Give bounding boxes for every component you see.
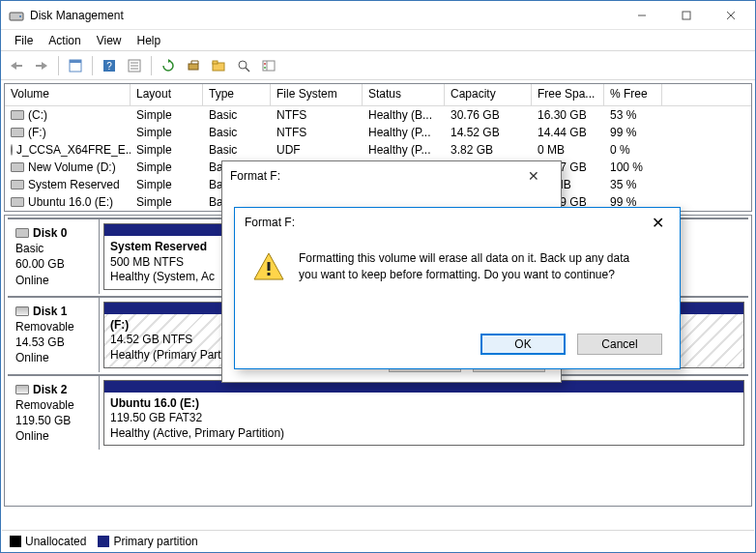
cell-pct: 53 %	[604, 107, 662, 123]
svg-line-20	[246, 68, 249, 72]
warning-icon	[252, 250, 285, 288]
volume-name: System Reserved	[28, 178, 120, 191]
drive-icon	[11, 162, 24, 172]
maximize-button[interactable]	[664, 1, 709, 30]
svg-rect-25	[268, 262, 271, 271]
removable-icon	[15, 306, 29, 316]
minimize-button[interactable]	[620, 1, 664, 30]
col-capacity[interactable]: Capacity	[445, 84, 532, 105]
folder-icon[interactable]	[207, 54, 230, 77]
legend: Unallocated Primary partition	[2, 530, 754, 551]
cell-pct: 100 %	[604, 160, 662, 175]
close-icon[interactable]: ✕	[646, 214, 670, 232]
partition-ubuntu[interactable]: Ubuntu 16.0 (E:) 119.50 GB FAT32 Healthy…	[103, 380, 744, 447]
close-icon[interactable]: ✕	[514, 168, 553, 184]
svg-point-19	[239, 61, 247, 69]
cell-status: Healthy (P...	[363, 142, 445, 158]
settings-list-icon[interactable]	[257, 54, 280, 77]
drive-icon	[11, 180, 24, 189]
volume-name: J_CCSA_X64FRE_E...	[16, 143, 131, 157]
volume-row[interactable]: J_CCSA_X64FRE_E...SimpleBasicUDFHealthy …	[5, 141, 751, 159]
toolbar: ?	[1, 51, 755, 80]
cell-free: 0 MB	[532, 142, 604, 158]
refresh-icon[interactable]	[157, 54, 180, 77]
volume-row[interactable]: (F:)SimpleBasicNTFSHealthy (P...14.52 GB…	[5, 124, 751, 141]
legend-unallocated: Unallocated	[10, 535, 86, 548]
svg-rect-6	[16, 65, 22, 67]
cell-capacity: 14.52 GB	[445, 125, 532, 140]
cell-free: 16.30 GB	[532, 107, 604, 123]
menu-file[interactable]: File	[7, 32, 41, 49]
partition-system-reserved[interactable]: System Reserved 500 MB NTFS Healthy (Sys…	[103, 223, 229, 290]
col-status[interactable]: Status	[363, 84, 445, 105]
app-icon	[9, 8, 24, 23]
menu-action[interactable]: Action	[41, 32, 88, 49]
cell-layout: Simple	[131, 160, 203, 175]
drive-icon	[11, 110, 24, 120]
detach-icon[interactable]	[182, 54, 205, 77]
drive-icon	[11, 197, 24, 207]
volume-name: (F:)	[28, 126, 46, 139]
svg-rect-3	[683, 12, 690, 19]
cell-free: 14.44 GB	[532, 125, 604, 140]
properties-icon[interactable]	[123, 54, 146, 77]
svg-point-23	[264, 63, 266, 65]
col-percent-free[interactable]: % Free	[604, 84, 662, 105]
cell-layout: Simple	[131, 142, 203, 158]
cell-pct: 99 %	[604, 125, 662, 140]
forward-button[interactable]	[30, 54, 53, 77]
cell-fs: NTFS	[271, 107, 363, 123]
panel-button[interactable]	[64, 54, 87, 77]
column-headers: Volume Layout Type File System Status Ca…	[5, 84, 751, 106]
cell-capacity: 30.76 GB	[445, 107, 532, 123]
cell-type: Basic	[203, 142, 271, 158]
disk0-info: Disk 0 Basic 60.00 GB Online	[8, 219, 100, 294]
col-volume[interactable]: Volume	[5, 84, 131, 105]
col-type[interactable]: Type	[203, 84, 271, 105]
ok-button[interactable]: OK	[480, 334, 566, 355]
svg-text:?: ?	[106, 61, 112, 72]
dialog-message: Formatting this volume will erase all da…	[299, 250, 647, 288]
disk-management-window: Disk Management File Action View Help ? …	[0, 0, 756, 553]
search-icon[interactable]	[232, 54, 255, 77]
cell-layout: Simple	[131, 125, 203, 140]
cell-fs: UDF	[271, 142, 363, 158]
cell-layout: Simple	[131, 107, 203, 123]
cancel-button[interactable]: Cancel	[577, 334, 662, 355]
cell-status: Healthy (P...	[363, 125, 445, 140]
dialog-title: Format F:	[245, 216, 646, 229]
svg-point-1	[19, 15, 21, 17]
help-icon[interactable]: ?	[98, 54, 121, 77]
close-button[interactable]	[709, 1, 753, 30]
svg-rect-7	[36, 65, 42, 67]
cell-status: Healthy (B...	[363, 107, 445, 123]
menu-help[interactable]: Help	[130, 32, 169, 49]
window-title: Disk Management	[30, 9, 620, 22]
menu-view[interactable]: View	[89, 32, 130, 49]
svg-rect-26	[268, 273, 271, 276]
col-layout[interactable]: Layout	[131, 84, 203, 105]
svg-point-24	[264, 67, 266, 69]
volume-name: Ubuntu 16.0 (E:)	[28, 195, 113, 209]
svg-rect-16	[189, 64, 198, 70]
back-button[interactable]	[5, 54, 28, 77]
col-filesystem[interactable]: File System	[271, 84, 363, 105]
cell-layout: Simple	[131, 194, 203, 210]
volume-row[interactable]: (C:)SimpleBasicNTFSHealthy (B...30.76 GB…	[5, 106, 751, 124]
volume-name: (C:)	[28, 108, 47, 122]
drive-icon	[11, 144, 13, 156]
cell-pct: 35 %	[604, 177, 662, 192]
disk2-info: Disk 2 Removable 119.50 GB Online	[8, 376, 100, 451]
col-free[interactable]: Free Spa...	[532, 84, 604, 105]
disk-row-2: Disk 2 Removable 119.50 GB Online Ubuntu…	[8, 374, 748, 451]
cell-fs: NTFS	[271, 125, 363, 140]
cell-type: Basic	[203, 107, 271, 123]
menubar: File Action View Help	[1, 30, 755, 51]
cell-type: Basic	[203, 125, 271, 140]
svg-rect-9	[70, 60, 81, 63]
dialog-title: Format F:	[230, 169, 514, 183]
titlebar: Disk Management	[1, 1, 755, 30]
format-confirm-dialog: Format F: ✕ Formatting this volume will …	[234, 207, 681, 369]
disk1-info: Disk 1 Removable 14.53 GB Online	[8, 298, 100, 372]
svg-rect-18	[213, 61, 218, 64]
